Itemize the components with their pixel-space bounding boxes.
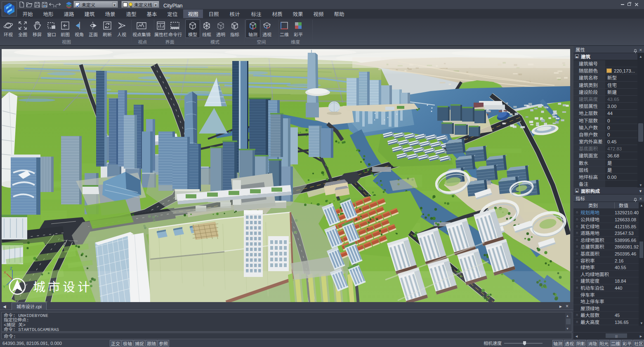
svg-text:城市设计: 城市设计	[33, 277, 92, 295]
svg-text:Z: Z	[10, 265, 12, 271]
svg-text:Y: Y	[3, 284, 5, 289]
svg-text:X: X	[4, 270, 6, 275]
